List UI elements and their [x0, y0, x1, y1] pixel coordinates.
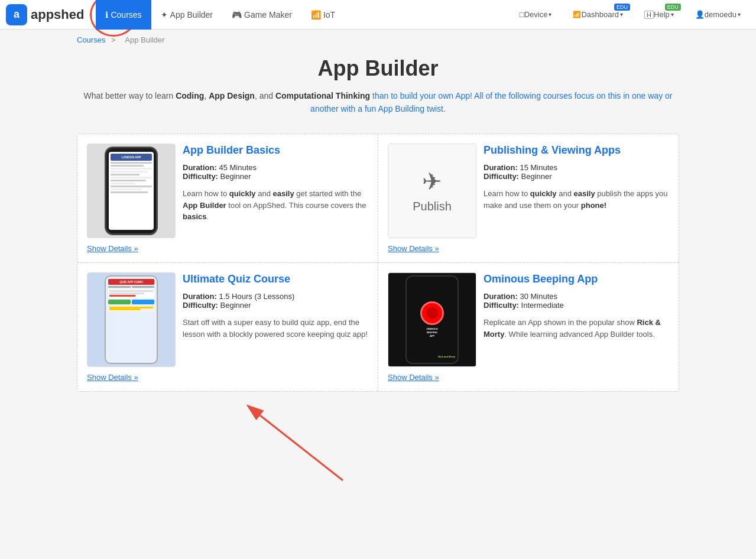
arrow-annotation [77, 404, 679, 486]
publish-text: Publish [413, 200, 452, 213]
course-meta-app-builder-basics: Duration: 45 Minutes Difficulty: Beginne… [183, 163, 368, 181]
publish-plane-icon: ✈ [422, 168, 442, 195]
show-details-app-builder-basics[interactable]: Show Details » [87, 244, 138, 253]
course-title-publishing: Publishing & Viewing Apps [484, 144, 669, 157]
svg-line-1 [260, 415, 343, 480]
course-info-ominous: Ominous Beeping App Duration: 30 Minutes… [484, 272, 669, 367]
nav-item-courses[interactable]: ℹ Courses [96, 0, 151, 30]
publish-thumb: ✈ Publish [388, 144, 476, 238]
help-badge: EDU [665, 4, 681, 11]
dashboard-badge: EDU [614, 4, 630, 11]
course-title-app-builder-basics: App Builder Basics [183, 144, 368, 157]
dashboard-dropdown-arrow: ▾ [620, 11, 623, 18]
show-details-ominous[interactable]: Show Details » [388, 373, 439, 382]
breadcrumb-courses[interactable]: Courses [77, 35, 105, 44]
courses-row-2: QUIZ APP DEMO [77, 263, 679, 391]
help-icon: H [644, 11, 654, 19]
nav-item-device[interactable]: □ Device ▾ [510, 0, 562, 30]
courses-nav-wrapper: ℹ Courses [96, 0, 151, 30]
course-desc-publishing: Learn how to quickly and easily publish … [484, 188, 669, 211]
app-builder-icon: ✦ [161, 10, 168, 20]
dashboard-icon: 📶 [573, 11, 581, 18]
breadcrumb-current: App Builder [125, 35, 164, 44]
device-dropdown-arrow: ▾ [549, 11, 551, 18]
course-desc-app-builder-basics: Learn how to quickly and easily get star… [183, 188, 368, 223]
nav-item-iot[interactable]: 📶 IoT [301, 0, 345, 30]
course-card-inner-publishing: ✈ Publish Publishing & Viewing Apps Dura… [388, 144, 669, 238]
course-info-app-builder-basics: App Builder Basics Duration: 45 Minutes … [183, 144, 368, 238]
course-desc-quiz: Start off with a super easy to build qui… [183, 317, 368, 340]
course-info-quiz: Ultimate Quiz Course Duration: 1.5 Hours… [183, 272, 368, 367]
show-details-publishing[interactable]: Show Details » [388, 244, 439, 253]
course-info-publishing: Publishing & Viewing Apps Duration: 15 M… [484, 144, 669, 238]
help-dropdown-arrow: ▾ [671, 11, 674, 18]
nav-items: ℹ Courses ✦ App Builder 🎮 Game Maker 📶 I… [96, 0, 510, 30]
courses-icon: ℹ [105, 10, 108, 20]
logo-text: appshed [31, 7, 84, 22]
courses-row-1: LONDON APP [77, 134, 679, 263]
iot-icon: 📶 [311, 10, 321, 20]
nav-item-app-builder[interactable]: ✦ App Builder [151, 0, 222, 30]
course-thumb-ominous: OMINOUSBEEPINGAPP Rick and Morty [388, 272, 476, 367]
course-card-inner: LONDON APP [87, 144, 368, 238]
course-thumb-quiz: QUIZ APP DEMO [87, 272, 176, 367]
user-dropdown-arrow: ▾ [738, 11, 741, 18]
device-icon: □ [520, 10, 524, 19]
nav-item-game-maker[interactable]: 🎮 Game Maker [222, 0, 301, 30]
course-card-inner-quiz: QUIZ APP DEMO [87, 272, 368, 367]
nav-item-user[interactable]: 👤 demoedu ▾ [686, 0, 750, 30]
course-meta-ominous: Duration: 30 Minutes Difficulty: Interme… [484, 292, 669, 310]
course-card-inner-ominous: OMINOUSBEEPINGAPP Rick and Morty Ominous… [388, 272, 669, 367]
courses-section: LONDON APP [77, 134, 679, 392]
nav-item-help[interactable]: H Help ▾ EDU [635, 0, 683, 30]
user-icon: 👤 [695, 10, 705, 19]
show-details-quiz[interactable]: Show Details » [87, 373, 138, 382]
course-title-ominous: Ominous Beeping App [484, 272, 669, 286]
course-meta-publishing: Duration: 15 Minutes Difficulty: Beginne… [484, 163, 669, 181]
red-arrow [242, 404, 361, 486]
breadcrumb: Courses > App Builder [0, 30, 756, 50]
course-thumb-publishing: ✈ Publish [388, 144, 476, 238]
page-description: What better way to learn Coding, App Des… [77, 89, 679, 116]
course-thumb-img: LONDON APP [87, 144, 175, 238]
logo-icon: a [6, 4, 27, 25]
course-card-publishing-viewing: ✈ Publish Publishing & Viewing Apps Dura… [378, 134, 679, 262]
nav-right: □ Device ▾ 📶 Dashboard ▾ EDU H Help ▾ ED… [510, 0, 750, 30]
breadcrumb-separator: > [111, 35, 118, 44]
logo[interactable]: a appshed [6, 4, 84, 25]
main-content: App Builder What better way to learn Cod… [0, 50, 756, 510]
game-maker-icon: 🎮 [232, 10, 242, 20]
navbar: a appshed ℹ Courses ✦ App Builder 🎮 Game… [0, 0, 756, 30]
course-desc-ominous: Replicate an App shown in the popular sh… [484, 317, 669, 340]
course-title-quiz: Ultimate Quiz Course [183, 272, 368, 286]
course-meta-quiz: Duration: 1.5 Hours (3 Lessons) Difficul… [183, 292, 368, 310]
nav-item-dashboard[interactable]: 📶 Dashboard ▾ EDU [563, 0, 632, 30]
course-card-quiz: QUIZ APP DEMO [77, 263, 378, 391]
course-card-ominous: OMINOUSBEEPINGAPP Rick and Morty Ominous… [378, 263, 679, 391]
course-thumb-app-builder-basics: LONDON APP [87, 144, 176, 238]
page-title: App Builder [77, 56, 679, 81]
course-card-app-builder-basics: LONDON APP [77, 134, 378, 262]
